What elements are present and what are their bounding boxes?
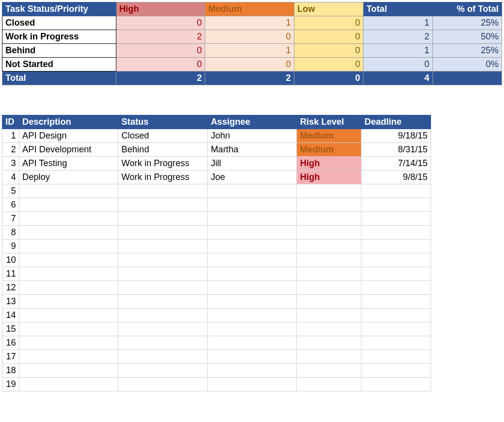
cell-risk[interactable] bbox=[297, 336, 361, 350]
total-label[interactable]: Total bbox=[2, 71, 116, 85]
col-total[interactable]: Total bbox=[363, 2, 432, 16]
cell-assignee[interactable] bbox=[208, 253, 297, 267]
cell-id[interactable]: 11 bbox=[2, 267, 19, 281]
cell-status[interactable] bbox=[118, 350, 208, 364]
cell-status[interactable] bbox=[118, 267, 208, 281]
cell-id[interactable]: 5 bbox=[2, 184, 19, 198]
cell-medium[interactable]: 1 bbox=[205, 44, 294, 58]
cell-description[interactable] bbox=[19, 322, 118, 336]
cell-assignee[interactable] bbox=[208, 226, 297, 240]
row-label[interactable]: Behind bbox=[2, 44, 116, 58]
cell-id[interactable]: 12 bbox=[2, 281, 19, 295]
cell-risk[interactable] bbox=[297, 184, 361, 198]
total-total[interactable]: 4 bbox=[363, 71, 432, 85]
cell-deadline[interactable] bbox=[361, 309, 431, 322]
cell-high[interactable]: 0 bbox=[116, 58, 205, 71]
cell-id[interactable]: 17 bbox=[2, 350, 19, 364]
cell-assignee[interactable] bbox=[208, 322, 297, 336]
cell-risk[interactable] bbox=[297, 309, 361, 322]
row-label[interactable]: Work in Progress bbox=[2, 30, 116, 44]
cell-deadline[interactable] bbox=[361, 364, 431, 378]
cell-deadline[interactable] bbox=[361, 336, 431, 350]
cell-status[interactable] bbox=[118, 281, 208, 295]
cell-status[interactable] bbox=[118, 253, 208, 267]
cell-risk[interactable] bbox=[297, 240, 361, 253]
cell-assignee[interactable] bbox=[208, 336, 297, 350]
cell-assignee[interactable] bbox=[208, 198, 297, 212]
cell-id[interactable]: 10 bbox=[2, 253, 19, 267]
cell-id[interactable]: 4 bbox=[2, 171, 19, 184]
cell-id[interactable]: 2 bbox=[2, 143, 19, 157]
cell-total[interactable]: 1 bbox=[363, 16, 432, 30]
cell-id[interactable]: 7 bbox=[2, 212, 19, 226]
row-label[interactable]: Closed bbox=[2, 16, 116, 30]
cell-description[interactable] bbox=[19, 364, 118, 378]
cell-status[interactable] bbox=[118, 364, 208, 378]
col-status[interactable]: Status bbox=[118, 115, 208, 129]
cell-assignee[interactable] bbox=[208, 295, 297, 309]
cell-status[interactable] bbox=[118, 184, 208, 198]
cell-status[interactable] bbox=[118, 226, 208, 240]
cell-high[interactable]: 0 bbox=[116, 16, 205, 30]
cell-status[interactable] bbox=[118, 336, 208, 350]
cell-status[interactable] bbox=[118, 309, 208, 322]
cell-assignee[interactable]: Jill bbox=[208, 157, 297, 171]
cell-status[interactable]: Behind bbox=[118, 143, 208, 157]
cell-deadline[interactable] bbox=[361, 267, 431, 281]
cell-id[interactable]: 1 bbox=[2, 129, 19, 143]
cell-risk[interactable]: Medium bbox=[297, 129, 361, 143]
total-high[interactable]: 2 bbox=[116, 71, 205, 85]
cell-medium[interactable]: 0 bbox=[205, 58, 294, 71]
cell-risk[interactable] bbox=[297, 295, 361, 309]
col-assignee[interactable]: Assignee bbox=[208, 115, 297, 129]
col-status-priority[interactable]: Task Status/Priority bbox=[2, 2, 116, 16]
cell-id[interactable]: 14 bbox=[2, 309, 19, 322]
cell-deadline[interactable]: 9/18/15 bbox=[361, 129, 431, 143]
cell-pct[interactable]: 50% bbox=[432, 30, 502, 44]
cell-status[interactable]: Work in Progress bbox=[118, 157, 208, 171]
cell-deadline[interactable]: 8/31/15 bbox=[361, 143, 431, 157]
cell-id[interactable]: 19 bbox=[2, 378, 19, 391]
cell-id[interactable]: 6 bbox=[2, 198, 19, 212]
cell-status[interactable] bbox=[118, 212, 208, 226]
cell-low[interactable]: 0 bbox=[294, 30, 363, 44]
row-label[interactable]: Not Started bbox=[2, 58, 116, 71]
cell-description[interactable] bbox=[19, 350, 118, 364]
cell-risk[interactable] bbox=[297, 281, 361, 295]
cell-deadline[interactable] bbox=[361, 322, 431, 336]
cell-pct[interactable]: 25% bbox=[432, 44, 502, 58]
cell-assignee[interactable]: John bbox=[208, 129, 297, 143]
cell-description[interactable] bbox=[19, 240, 118, 253]
cell-description[interactable] bbox=[19, 226, 118, 240]
cell-assignee[interactable]: Martha bbox=[208, 143, 297, 157]
col-medium[interactable]: Medium bbox=[205, 2, 294, 16]
cell-deadline[interactable] bbox=[361, 253, 431, 267]
cell-status[interactable]: Work in Progress bbox=[118, 171, 208, 184]
cell-high[interactable]: 0 bbox=[116, 44, 205, 58]
col-description[interactable]: Description bbox=[19, 115, 118, 129]
cell-risk[interactable] bbox=[297, 226, 361, 240]
cell-high[interactable]: 2 bbox=[116, 30, 205, 44]
cell-deadline[interactable]: 7/14/15 bbox=[361, 157, 431, 171]
cell-status[interactable] bbox=[118, 240, 208, 253]
cell-id[interactable]: 8 bbox=[2, 226, 19, 240]
cell-description[interactable] bbox=[19, 184, 118, 198]
cell-status[interactable] bbox=[118, 198, 208, 212]
cell-low[interactable]: 0 bbox=[294, 44, 363, 58]
cell-assignee[interactable] bbox=[208, 212, 297, 226]
cell-description[interactable] bbox=[19, 336, 118, 350]
cell-description[interactable]: Deploy bbox=[19, 171, 118, 184]
cell-assignee[interactable]: Joe bbox=[208, 171, 297, 184]
cell-total[interactable]: 2 bbox=[363, 30, 432, 44]
cell-pct[interactable]: 0% bbox=[432, 58, 502, 71]
col-high[interactable]: High bbox=[116, 2, 205, 16]
cell-deadline[interactable] bbox=[361, 212, 431, 226]
cell-id[interactable]: 18 bbox=[2, 364, 19, 378]
cell-description[interactable] bbox=[19, 198, 118, 212]
cell-assignee[interactable] bbox=[208, 350, 297, 364]
cell-risk[interactable] bbox=[297, 267, 361, 281]
cell-deadline[interactable] bbox=[361, 226, 431, 240]
cell-status[interactable] bbox=[118, 295, 208, 309]
cell-deadline[interactable] bbox=[361, 198, 431, 212]
cell-deadline[interactable] bbox=[361, 281, 431, 295]
